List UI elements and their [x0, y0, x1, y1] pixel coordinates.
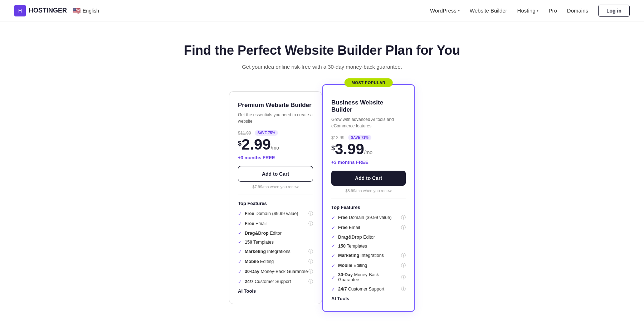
features-list-premium: ✓ Free Domain ($9.99 value) ⓘ ✓ Free Ema…	[238, 210, 313, 285]
navbar: H HOSTINGER 🇺🇸 English WordPress ▾ Websi…	[0, 0, 644, 21]
login-button[interactable]: Log in	[598, 5, 630, 17]
flag-icon: 🇺🇸	[73, 7, 80, 15]
plan-desc-premium: Get the essentials you need to create a …	[238, 112, 313, 125]
check-icon: ✓	[331, 215, 335, 220]
ai-tools-label-business: AI Tools	[331, 296, 406, 301]
hero-subtitle: Get your idea online risk-free with a 30…	[7, 64, 637, 70]
renew-note-business: $8.99/mo when you renew	[331, 189, 406, 193]
chevron-down-icon: ▾	[458, 9, 460, 13]
info-icon[interactable]: ⓘ	[308, 210, 313, 217]
save-badge-premium: SAVE 75%	[255, 130, 278, 136]
plan-title-premium: Premium Website Builder	[238, 102, 313, 109]
feature-mobile-business: ✓ Mobile Editing ⓘ	[331, 262, 406, 269]
language-selector[interactable]: 🇺🇸 English	[73, 7, 99, 15]
feature-marketing-business: ✓ Marketing Integrations ⓘ	[331, 252, 406, 259]
nav-pro[interactable]: Pro	[548, 8, 557, 14]
check-icon: ✓	[331, 263, 335, 268]
save-badge-business: SAVE 71%	[348, 135, 371, 140]
logo-icon: H	[14, 5, 26, 16]
feature-moneyback-business: ✓ 30-Day Money-Back Guarantee ⓘ	[331, 272, 406, 282]
check-icon: ✓	[238, 269, 242, 274]
info-icon[interactable]: ⓘ	[308, 248, 313, 255]
divider-business	[331, 199, 406, 199]
price-main-premium: $2.99/mo	[238, 137, 313, 152]
info-icon[interactable]: ⓘ	[308, 278, 313, 285]
original-price-premium: $11.99	[238, 131, 251, 136]
check-icon: ✓	[238, 239, 242, 245]
price-row-premium: $11.99 SAVE 75%	[238, 130, 313, 136]
info-icon[interactable]: ⓘ	[401, 214, 406, 221]
amount-premium: 2.99	[241, 136, 271, 153]
divider-premium	[238, 195, 313, 195]
feature-dragdrop-premium: ✓ Drag&Drop Editor	[238, 230, 313, 236]
check-icon: ✓	[331, 243, 335, 249]
info-icon[interactable]: ⓘ	[401, 286, 406, 292]
nav-left: H HOSTINGER 🇺🇸 English	[14, 5, 99, 16]
check-icon: ✓	[238, 230, 242, 236]
ai-tools-label-premium: AI Tools	[238, 288, 313, 294]
info-icon[interactable]: ⓘ	[401, 274, 406, 280]
features-title-business: Top Features	[331, 205, 406, 210]
features-list-business: ✓ Free Domain ($9.99 value) ⓘ ✓ Free Ema…	[331, 214, 406, 292]
info-icon[interactable]: ⓘ	[308, 268, 313, 275]
info-icon[interactable]: ⓘ	[308, 220, 313, 227]
period-business: /mo	[364, 150, 372, 155]
feature-moneyback-premium: ✓ 30-Day Money-Back Guarantee ⓘ	[238, 268, 313, 275]
nav-website-builder[interactable]: Website Builder	[470, 8, 507, 14]
plan-card-premium: Premium Website Builder Get the essentia…	[229, 91, 322, 304]
logo[interactable]: H HOSTINGER	[14, 5, 67, 16]
add-to-cart-premium[interactable]: Add to Cart	[238, 166, 313, 182]
info-icon[interactable]: ⓘ	[401, 224, 406, 231]
chevron-down-icon: ▾	[537, 9, 538, 13]
check-icon: ✓	[331, 287, 335, 292]
renew-note-premium: $7.99/mo when you renew	[238, 185, 313, 189]
price-main-business: $3.99/mo	[331, 142, 406, 157]
info-icon[interactable]: ⓘ	[308, 258, 313, 265]
feature-templates-business: ✓ 150 Templates	[331, 243, 406, 249]
currency-business: $	[331, 145, 335, 152]
nav-domains[interactable]: Domains	[567, 8, 588, 14]
nav-hosting[interactable]: Hosting ▾	[517, 8, 539, 14]
logo-text: HOSTINGER	[29, 7, 67, 14]
nav-hosting-label: Hosting	[517, 8, 536, 14]
feature-templates-premium: ✓ 150 Templates	[238, 239, 313, 245]
nav-wordpress-label: WordPress	[430, 8, 457, 14]
period-premium: /mo	[271, 145, 279, 151]
feature-support-business: ✓ 24/7 Customer Support ⓘ	[331, 286, 406, 292]
nav-website-builder-label: Website Builder	[470, 8, 507, 14]
nav-right: WordPress ▾ Website Builder Hosting ▾ Pr…	[430, 5, 630, 17]
feature-email-business: ✓ Free Email ⓘ	[331, 224, 406, 231]
check-icon: ✓	[331, 234, 335, 240]
nav-domains-label: Domains	[567, 8, 588, 14]
nav-wordpress[interactable]: WordPress ▾	[430, 8, 460, 14]
info-icon[interactable]: ⓘ	[401, 252, 406, 259]
free-months-business: +3 months FREE	[331, 160, 406, 165]
feature-marketing-premium: ✓ Marketing Integrations ⓘ	[238, 248, 313, 255]
plan-desc-business: Grow with advanced AI tools and eCommerc…	[331, 116, 406, 129]
add-to-cart-business[interactable]: Add to Cart	[331, 171, 406, 186]
currency-premium: $	[238, 140, 241, 147]
most-popular-badge: MOST POPULAR	[345, 78, 393, 87]
amount-business: 3.99	[335, 141, 364, 157]
check-icon: ✓	[238, 211, 242, 216]
hero-section: Find the Perfect Website Builder Plan fo…	[0, 21, 644, 77]
free-months-premium: +3 months FREE	[238, 155, 313, 160]
feature-dragdrop-business: ✓ Drag&Drop Editor	[331, 234, 406, 240]
plan-title-business: Business Website Builder	[331, 99, 406, 113]
check-icon: ✓	[238, 221, 242, 226]
check-icon: ✓	[331, 253, 335, 258]
check-icon: ✓	[238, 279, 242, 284]
feature-domain-premium: ✓ Free Domain ($9.99 value) ⓘ	[238, 210, 313, 217]
pricing-section: Premium Website Builder Get the essentia…	[0, 77, 644, 322]
check-icon: ✓	[238, 259, 242, 264]
feature-domain-business: ✓ Free Domain ($9.99 value) ⓘ	[331, 214, 406, 221]
price-row-business: $13.99 SAVE 71%	[331, 135, 406, 140]
features-title-premium: Top Features	[238, 201, 313, 206]
original-price-business: $13.99	[331, 135, 345, 140]
check-icon: ✓	[331, 225, 335, 230]
info-icon[interactable]: ⓘ	[401, 262, 406, 269]
hero-title: Find the Perfect Website Builder Plan fo…	[7, 43, 637, 58]
check-icon: ✓	[238, 249, 242, 254]
nav-pro-label: Pro	[548, 8, 557, 14]
feature-mobile-premium: ✓ Mobile Editing ⓘ	[238, 258, 313, 265]
